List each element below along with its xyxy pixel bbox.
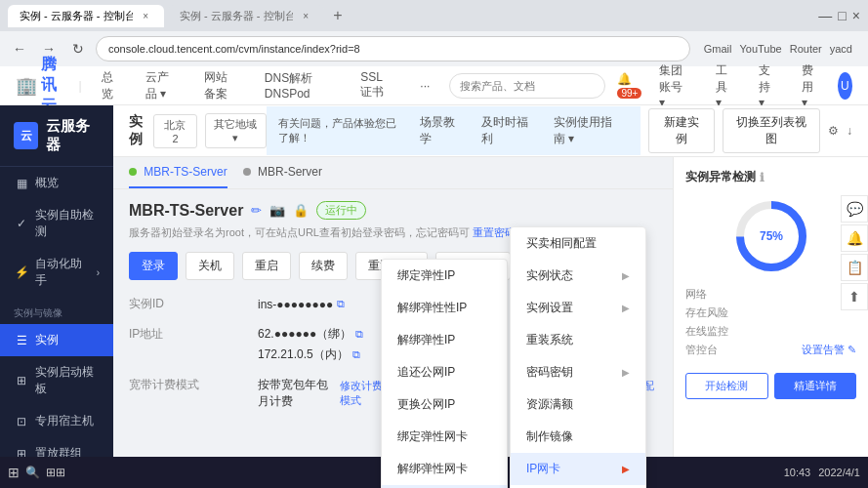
password-key-label: 密码密钥 bbox=[526, 364, 573, 381]
submenu-item-make-image[interactable]: 制作镜像 bbox=[511, 421, 645, 453]
submenu-item-ip-nic[interactable]: IP网卡 ▶ bbox=[511, 453, 645, 485]
bind-elastic-ip-label: 绑定弹性IP bbox=[397, 267, 455, 284]
reinstall-label: 重装系统 bbox=[526, 332, 573, 348]
unbind-elastic-ip-label: 解绑弹性IP bbox=[397, 332, 455, 348]
unbind-elastic-ip-2-label: 解绑弹性性IP bbox=[397, 300, 467, 316]
dropdown-item-change-public-ip[interactable]: 更换公网IP bbox=[382, 388, 507, 421]
instance-settings-arrow-icon: ▶ bbox=[622, 303, 630, 313]
dropdown-overlay: 绑定弹性IP 解绑弹性性IP 解绑弹性IP 追还公网IP 更换公网IP 绑定弹性… bbox=[0, 0, 868, 488]
return-public-ip-label: 追还公网IP bbox=[397, 364, 455, 381]
submenu-item-same-config[interactable]: 买卖相同配置 bbox=[511, 227, 645, 260]
submenu-item-resource-full[interactable]: 资源满额 bbox=[511, 388, 645, 421]
instance-settings-label: 实例设置 bbox=[526, 300, 573, 316]
submenu-item-reinstall[interactable]: 重装系统 bbox=[511, 324, 645, 356]
make-image-label: 制作镜像 bbox=[526, 428, 573, 445]
more-actions-dropdown: 绑定弹性IP 解绑弹性性IP 解绑弹性IP 追还公网IP 更换公网IP 绑定弹性… bbox=[381, 259, 508, 488]
instance-status-arrow-icon: ▶ bbox=[622, 270, 630, 281]
submenu-item-instance-settings[interactable]: 实例设置 ▶ bbox=[511, 292, 645, 324]
ip-nic-label: IP网卡 bbox=[526, 461, 560, 477]
change-public-ip-label: 更换公网IP bbox=[397, 396, 455, 413]
ip-nic-arrow-icon: ▶ bbox=[622, 464, 630, 474]
dropdown-item-unbind-nic[interactable]: 解绑弹性网卡 bbox=[382, 453, 507, 485]
same-config-label: 买卖相同配置 bbox=[526, 235, 597, 252]
instance-status-label: 实例状态 bbox=[526, 267, 573, 284]
unbind-nic-label: 解绑弹性网卡 bbox=[397, 461, 468, 477]
dropdown-item-unbind-elastic-ip[interactable]: 解绑弹性IP bbox=[382, 324, 507, 356]
submenu-panel: 买卖相同配置 实例状态 ▶ 实例设置 ▶ 重装系统 密码密钥 ▶ 资源满额 制作… bbox=[510, 226, 646, 488]
dropdown-item-return-public-ip[interactable]: 追还公网IP bbox=[382, 356, 507, 388]
submenu-item-instance-status[interactable]: 实例状态 ▶ bbox=[511, 260, 645, 292]
resource-full-label: 资源满额 bbox=[526, 396, 573, 413]
dropdown-item-bind-elastic-ip[interactable]: 绑定弹性IP bbox=[382, 260, 507, 292]
password-key-arrow-icon: ▶ bbox=[622, 367, 630, 378]
bind-nic-label: 绑定弹性网卡 bbox=[397, 428, 468, 445]
dropdown-item-bind-nic[interactable]: 绑定弹性网卡 bbox=[382, 421, 507, 453]
dropdown-item-unbind-elastic-ip-2[interactable]: 解绑弹性性IP bbox=[382, 292, 507, 324]
submenu-item-password-key[interactable]: 密码密钥 ▶ bbox=[511, 356, 645, 388]
